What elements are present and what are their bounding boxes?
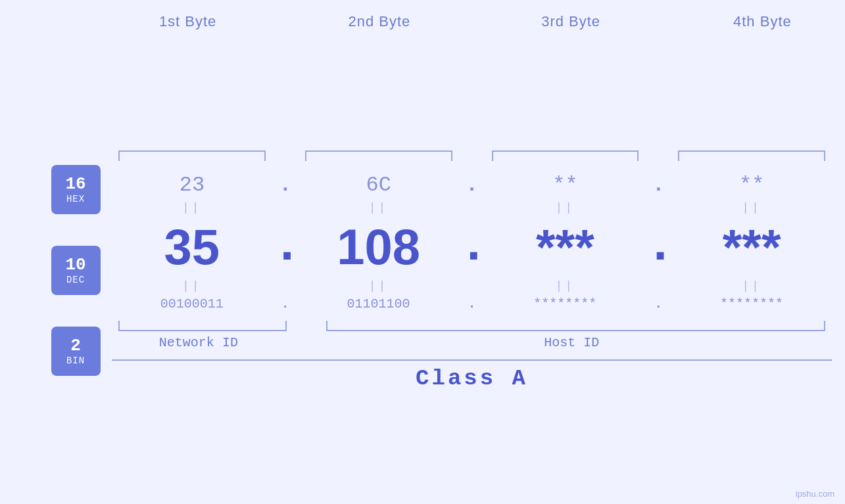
bottom-bracket-row xyxy=(112,317,832,331)
bin-sep1: . xyxy=(272,296,299,311)
dec-row: 35 . 108 . *** . *** xyxy=(112,218,832,275)
bin-badge: 2 BIN xyxy=(51,327,101,376)
network-bracket xyxy=(118,321,287,331)
eq2-b2: || xyxy=(299,279,459,292)
bin-b1: 00100011 xyxy=(112,296,272,311)
bin-row: 00100011 . 01101100 . ******** . *******… xyxy=(112,296,832,311)
bracket-top-2 xyxy=(305,150,452,161)
host-id-label: Host ID xyxy=(312,335,832,350)
hex-b2: 6C xyxy=(299,173,459,197)
hex-b3: ** xyxy=(485,173,646,197)
bin-b3: ******** xyxy=(485,296,646,311)
eq1-b2: || xyxy=(299,201,459,214)
bin-badge-label: BIN xyxy=(66,355,85,366)
watermark: ipshu.com xyxy=(796,489,834,499)
network-id-label: Network ID xyxy=(112,335,285,350)
dec-badge: 10 DEC xyxy=(51,246,101,295)
bin-badge-number: 2 xyxy=(70,336,81,355)
col2-header: 2nd Byte xyxy=(297,13,462,30)
data-grid: 23 . 6C . ** . ** || || || || 35 xyxy=(112,150,832,391)
hex-row: 23 . 6C . ** . ** xyxy=(112,173,832,197)
class-line xyxy=(112,359,832,361)
badges-column: 16 HEX 10 DEC 2 BIN xyxy=(20,165,112,376)
dec-badge-label: DEC xyxy=(66,275,85,285)
dec-b4: *** xyxy=(671,218,832,275)
dec-sep2: . xyxy=(459,218,485,275)
bin-sep2: . xyxy=(459,296,485,311)
hex-badge-label: HEX xyxy=(66,194,85,204)
eq2-b1: || xyxy=(112,279,272,292)
hex-sep1: . xyxy=(272,173,299,197)
header-row: 1st Byte 2nd Byte 3rd Byte 4th Byte xyxy=(0,13,845,30)
bin-b2: 01101100 xyxy=(299,296,459,311)
bracket-spacer1 xyxy=(293,317,320,331)
dec-b2: 108 xyxy=(299,218,459,275)
col4-header: 4th Byte xyxy=(680,13,845,30)
bracket-top-3 xyxy=(492,150,639,161)
eq1-b4: || xyxy=(671,201,832,214)
labels-spacer xyxy=(285,335,312,350)
hex-badge: 16 HEX xyxy=(51,165,101,214)
host-bracket xyxy=(326,321,825,331)
hex-b4: ** xyxy=(671,173,832,197)
dec-b1: 35 xyxy=(112,218,272,275)
dec-sep1: . xyxy=(272,218,299,275)
bracket-top-4 xyxy=(678,150,825,161)
eq1-b3: || xyxy=(485,201,646,214)
bin-b4: ******** xyxy=(671,296,832,311)
eq-row-1: || || || || xyxy=(112,201,832,214)
bracket-top-1 xyxy=(118,150,266,161)
top-brackets xyxy=(112,150,832,164)
labels-row: Network ID Host ID xyxy=(112,335,832,350)
eq-row-2: || || || || xyxy=(112,279,832,292)
eq2-b4: || xyxy=(671,279,832,292)
dec-b3: *** xyxy=(485,218,646,275)
col1-header: 1st Byte xyxy=(105,13,270,30)
col3-header: 3rd Byte xyxy=(489,13,654,30)
dec-sep3: . xyxy=(645,218,671,275)
main-container: 1st Byte 2nd Byte 3rd Byte 4th Byte 16 H… xyxy=(0,0,845,504)
hex-badge-number: 16 xyxy=(65,175,85,194)
eq2-b3: || xyxy=(485,279,646,292)
bin-sep3: . xyxy=(645,296,671,311)
class-label: Class A xyxy=(112,366,832,391)
eq1-b1: || xyxy=(112,201,272,214)
hex-b1: 23 xyxy=(112,173,272,197)
dec-badge-number: 10 xyxy=(65,256,85,275)
hex-sep2: . xyxy=(459,173,485,197)
hex-sep3: . xyxy=(645,173,671,197)
